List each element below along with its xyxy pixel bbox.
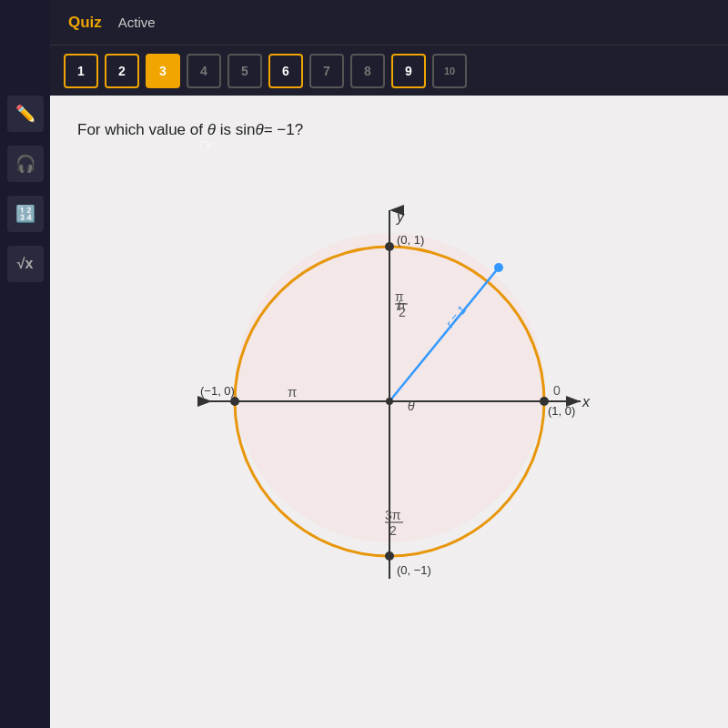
svg-text:3π: 3π [385, 508, 401, 522]
svg-text:2: 2 [399, 305, 406, 319]
q-btn-7[interactable]: 7 [309, 54, 344, 88]
sqrt-icon[interactable]: √x [7, 246, 44, 282]
unit-circle-diagram: y x (0, 1) (1, 0) (−1, 0) (0, −1) π / π [162, 160, 617, 615]
svg-point-9 [385, 242, 394, 251]
q-btn-4[interactable]: 4 [187, 54, 221, 88]
quiz-label: Quiz [68, 14, 102, 32]
calculator-icon[interactable]: 🔢 [7, 196, 44, 232]
question-buttons-row: 1 2 3 4 5 6 7 8 9 10 [50, 46, 728, 96]
svg-text:2: 2 [389, 523, 397, 538]
top-bar: Quiz Active [50, 0, 728, 46]
svg-text:π: π [395, 289, 404, 304]
svg-point-31 [494, 263, 503, 272]
svg-point-12 [385, 551, 394, 561]
svg-text:x: x [581, 394, 591, 410]
svg-point-13 [386, 398, 393, 405]
status-label: Active [118, 15, 156, 30]
svg-text:θ: θ [408, 399, 415, 413]
q-btn-8[interactable]: 8 [350, 54, 385, 88]
q-btn-3[interactable]: 3 [146, 54, 180, 88]
left-sidebar: ✏️ 🎧 🔢 √x [0, 0, 50, 728]
question-text: For which value of θ is sinθ= −1? [77, 118, 701, 142]
q-btn-9[interactable]: 9 [391, 54, 426, 88]
q-btn-2[interactable]: 2 [105, 54, 139, 88]
q-btn-1[interactable]: 1 [64, 54, 98, 88]
main-content: For which value of θ is sinθ= −1? [50, 96, 728, 728]
svg-text:π: π [288, 384, 297, 399]
q-btn-6[interactable]: 6 [268, 54, 303, 88]
screen: ✏️ 🎧 🔢 √x Quiz Active 1 2 3 4 5 6 7 8 9 … [0, 0, 728, 728]
svg-point-11 [230, 397, 239, 406]
svg-text:0: 0 [553, 383, 561, 398]
svg-text:y: y [396, 209, 405, 225]
svg-text:(1, 0): (1, 0) [548, 404, 575, 418]
svg-text:(−1, 0): (−1, 0) [200, 384, 235, 398]
svg-text:(0, −1): (0, −1) [397, 563, 431, 577]
q-btn-5[interactable]: 5 [228, 54, 262, 88]
headphones-icon[interactable]: 🎧 [7, 146, 44, 182]
pencil-icon[interactable]: ✏️ [7, 96, 44, 132]
svg-text:(0, 1): (0, 1) [397, 233, 424, 247]
q-btn-10[interactable]: 10 [432, 54, 467, 88]
diagram-container: y x (0, 1) (1, 0) (−1, 0) (0, −1) π / π [77, 160, 701, 615]
